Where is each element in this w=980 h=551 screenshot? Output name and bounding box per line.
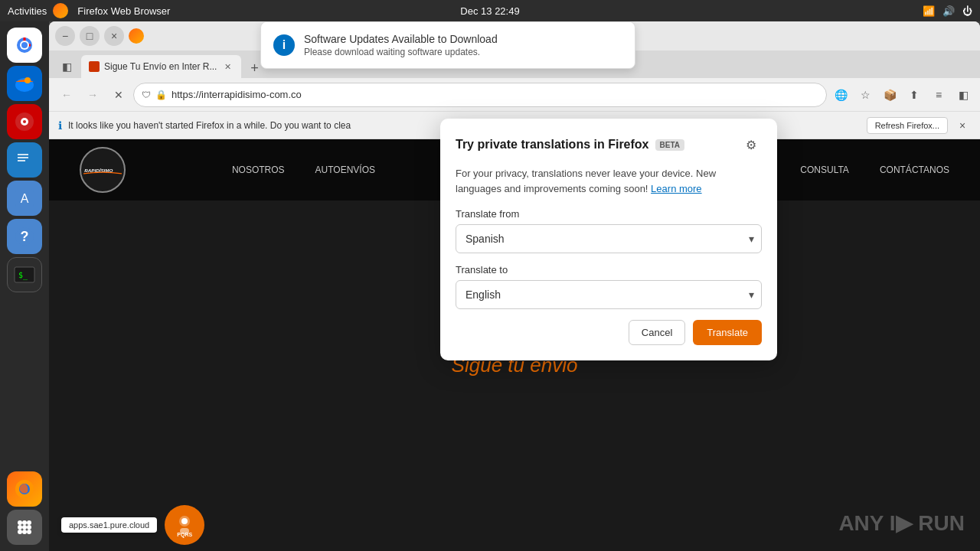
chrome-dock-icon[interactable] (7, 28, 42, 63)
container-button[interactable]: 📦 (879, 84, 900, 106)
browser-favicon (129, 28, 144, 44)
tab-close-button[interactable]: ✕ (221, 60, 234, 73)
back-button[interactable]: ← (55, 83, 78, 106)
clock: Dec 13 22:49 (460, 5, 519, 17)
bookmark-button[interactable]: ☆ (854, 84, 876, 106)
popup-settings-button[interactable]: ⚙ (740, 134, 762, 155)
info-bar-icon: ℹ (58, 119, 62, 132)
pqrs-tooltip-area: apps.sae1.pure.cloud PQRS (61, 505, 204, 545)
tab-label: Sigue Tu Envío en Inter R... (104, 61, 217, 72)
network-icon: 📶 (923, 5, 935, 17)
help-dock-icon[interactable]: ? (7, 219, 42, 254)
tab-favicon (89, 61, 100, 72)
nav-consulta[interactable]: CONSULTA (800, 165, 849, 175)
beta-badge: BETA (655, 139, 684, 151)
update-notification-bar: i Software Updates Available to Download… (260, 21, 635, 69)
writer-dock-icon[interactable] (7, 142, 42, 178)
translation-popup: Try private translations in Firefox BETA… (440, 119, 777, 360)
application-dock: A ? $_ (0, 21, 49, 551)
sidebar-button[interactable]: ◧ (952, 84, 974, 106)
desktop-top-bar: Activities Firefox Web Browser Dec 13 22… (0, 0, 980, 21)
info-bar-close-button[interactable]: × (954, 117, 971, 134)
site-logo: RAPIDÍSIMO (80, 147, 126, 193)
svg-point-28 (27, 530, 31, 534)
svg-rect-9 (18, 154, 28, 155)
svg-point-23 (18, 525, 22, 530)
url-bar[interactable]: 🛡 🔒 https://interrapidisimo-com.co (133, 83, 827, 107)
url-text: https://interrapidisimo-com.co (172, 89, 818, 100)
update-info-icon: i (273, 34, 295, 56)
translate-from-wrapper: Spanish French German Italian Portuguese… (456, 224, 762, 253)
svg-point-24 (22, 525, 27, 530)
browser-tab[interactable]: Sigue Tu Envío en Inter R... ✕ (81, 55, 241, 78)
refresh-firefox-button[interactable]: Refresh Firefox... (867, 117, 948, 134)
translate-from-select[interactable]: Spanish French German Italian Portuguese (456, 224, 762, 253)
update-bar-text: Software Updates Available to Download P… (304, 33, 622, 57)
svg-point-20 (18, 520, 22, 525)
update-subtitle: Please download waiting software updates… (304, 47, 622, 57)
pqrs-url-tooltip: apps.sae1.pure.cloud (61, 517, 157, 533)
svg-point-27 (22, 530, 27, 534)
svg-point-22 (27, 520, 31, 525)
translate-button[interactable]: 🌐 (830, 84, 851, 106)
nav-bar: ← → ✕ 🛡 🔒 https://interrapidisimo-com.co… (49, 78, 980, 112)
show-apps-dock-icon[interactable] (7, 510, 42, 545)
close-button[interactable]: × (104, 26, 124, 46)
nav-nosotros[interactable]: NOSOTROS (232, 165, 285, 175)
svg-point-25 (27, 525, 31, 530)
reload-button[interactable]: ✕ (107, 83, 130, 106)
svg-point-26 (18, 530, 22, 534)
minimize-button[interactable]: − (55, 26, 75, 46)
maximize-button[interactable]: □ (80, 26, 100, 46)
terminal-dock-icon[interactable]: $_ (7, 257, 42, 292)
svg-rect-10 (18, 157, 28, 158)
anyirun-watermark: ANY I▶ RUN (838, 510, 965, 536)
translate-to-select[interactable]: English Spanish French German Italian (456, 280, 762, 309)
taskbar-title: Firefox Web Browser (77, 5, 170, 17)
security-icon: 🛡 (142, 90, 151, 100)
popup-header: Try private translations in Firefox BETA… (456, 134, 762, 155)
translate-button[interactable]: Translate (693, 320, 762, 345)
learn-more-link[interactable]: Learn more (651, 183, 701, 194)
svg-point-40 (181, 518, 188, 524)
pqrs-button[interactable]: PQRS (165, 505, 204, 545)
translate-from-label: Translate from (456, 208, 762, 220)
svg-text:?: ? (21, 229, 29, 244)
nav-autoenvios[interactable]: AUTOENVÍOS (315, 165, 375, 175)
svg-point-2 (21, 42, 28, 48)
popup-footer: Cancel Translate (456, 320, 762, 345)
firefox-taskbar-icon[interactable] (53, 3, 68, 18)
svg-point-21 (22, 520, 27, 525)
rhythmbox-dock-icon[interactable] (7, 104, 42, 139)
svg-point-7 (23, 120, 26, 123)
share-button[interactable]: ⬆ (903, 84, 925, 106)
sidebar-toggle-button[interactable]: ◧ (55, 55, 78, 78)
svg-rect-8 (15, 149, 31, 169)
lock-icon: 🔒 (155, 90, 167, 100)
svg-rect-11 (18, 160, 25, 161)
cancel-button[interactable]: Cancel (629, 320, 685, 345)
svg-text:$_: $_ (18, 271, 28, 280)
info-bar-text: It looks like you haven't started Firefo… (68, 120, 351, 131)
activities-button[interactable]: Activities (8, 5, 47, 17)
svg-point-4 (24, 77, 31, 83)
nav-contactanos[interactable]: CONTÁCTANOS (880, 165, 949, 175)
svg-text:RAPIDÍSIMO: RAPIDÍSIMO (84, 168, 113, 173)
update-title: Software Updates Available to Download (304, 33, 622, 45)
translate-to-wrapper: English Spanish French German Italian ▾ (456, 280, 762, 309)
thunderbird-dock-icon[interactable] (7, 66, 42, 101)
forward-button[interactable]: → (81, 83, 104, 106)
menu-button[interactable]: ≡ (928, 84, 949, 106)
popup-title: Try private translations in Firefox BETA (456, 138, 684, 152)
watermark-text: ANY I▶ RUN (838, 510, 965, 536)
software-center-dock-icon[interactable]: A (7, 181, 42, 216)
firefox-dock-icon[interactable] (7, 471, 42, 507)
translate-to-label: Translate to (456, 264, 762, 276)
power-icon[interactable]: ⏻ (962, 5, 972, 17)
svg-text:A: A (21, 192, 29, 205)
popup-description: For your privacy, translations never lea… (456, 166, 762, 196)
volume-icon[interactable]: 🔊 (942, 5, 955, 17)
